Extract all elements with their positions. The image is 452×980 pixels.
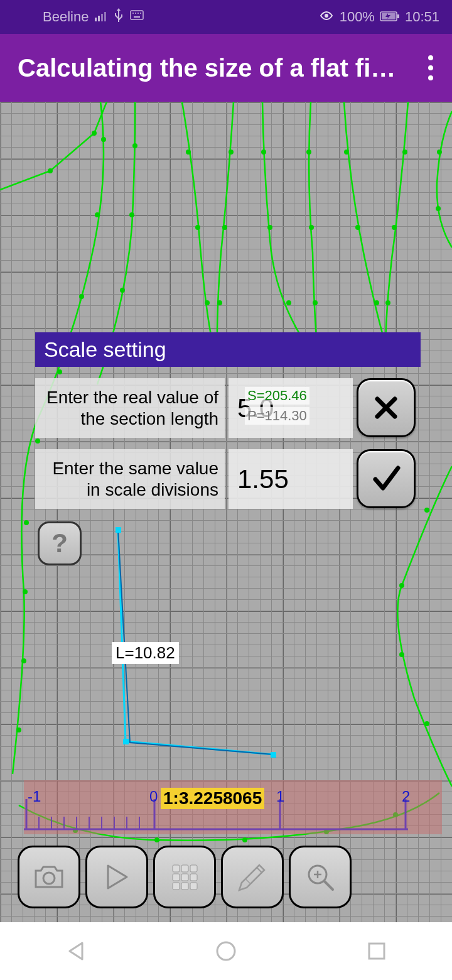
camera-button[interactable]: [18, 846, 80, 908]
play-button[interactable]: [85, 846, 148, 908]
pencil-icon: [237, 861, 268, 893]
panel-title: Scale setting: [35, 332, 421, 367]
drawing-canvas[interactable]: L=10.82 Scale setting Enter the real val…: [0, 102, 452, 922]
svg-rect-9: [134, 16, 140, 18]
zoom-icon: [305, 862, 335, 892]
confirm-button[interactable]: [357, 449, 416, 508]
svg-rect-79: [173, 874, 180, 881]
scale-divisions-text: 1.55: [237, 464, 289, 494]
camera-icon: [32, 863, 66, 891]
svg-rect-13: [397, 14, 399, 18]
scale-setting-panel: Scale setting Enter the real value of th…: [35, 332, 421, 509]
carrier-label: Beeline: [43, 9, 89, 25]
svg-rect-1: [98, 16, 100, 21]
svg-line-88: [325, 881, 333, 890]
cancel-button[interactable]: [357, 378, 416, 437]
svg-rect-2: [101, 14, 103, 21]
svg-point-10: [325, 14, 328, 18]
scale-divisions-label: Enter the same value in scale divisions: [35, 449, 225, 509]
scale-divisions-input[interactable]: 1.55: [229, 449, 353, 509]
svg-rect-77: [181, 865, 188, 872]
usb-icon: [114, 8, 124, 26]
clock-label: 10:51: [405, 9, 439, 25]
nav-back-button[interactable]: [63, 939, 88, 964]
svg-rect-76: [173, 865, 180, 872]
length-label: L=10.82: [112, 642, 179, 664]
pencil-button[interactable]: [221, 846, 284, 908]
svg-point-75: [43, 873, 55, 884]
area-overlay: S=205.46: [245, 387, 309, 405]
check-icon: [370, 463, 402, 494]
svg-rect-3: [104, 12, 106, 21]
back-icon: [66, 940, 85, 962]
home-icon: [215, 940, 237, 962]
svg-rect-83: [181, 883, 188, 890]
ruler-tick-0: 0: [149, 788, 158, 805]
svg-line-86: [245, 879, 250, 884]
svg-point-6: [135, 13, 136, 14]
real-value-label: Enter the real value of the section leng…: [35, 378, 225, 438]
svg-point-91: [217, 942, 235, 960]
keyboard-icon: [130, 9, 144, 25]
system-nav-bar: [0, 922, 452, 980]
play-icon: [104, 863, 129, 891]
svg-rect-82: [173, 883, 180, 890]
app-bar: Calculating the size of a flat fi…: [0, 34, 452, 102]
grid-button[interactable]: [153, 846, 216, 908]
svg-rect-84: [190, 883, 197, 890]
overflow-menu-icon[interactable]: [428, 55, 434, 80]
ruler-tick-2: 2: [402, 788, 410, 805]
ruler-tick-1: 1: [276, 788, 284, 805]
help-button[interactable]: ?: [38, 521, 82, 565]
svg-rect-0: [95, 18, 97, 21]
scale-ratio-label: 1:3.2258065: [161, 788, 264, 809]
svg-point-7: [137, 13, 139, 14]
svg-line-85: [257, 868, 262, 873]
nav-recent-button[interactable]: [364, 939, 389, 964]
zoom-button[interactable]: [289, 846, 352, 908]
bottom-toolbar: [18, 846, 352, 908]
svg-rect-78: [190, 865, 197, 872]
svg-rect-4: [131, 11, 143, 19]
svg-point-8: [140, 13, 141, 14]
eye-icon: [318, 9, 335, 25]
ruler-tick-minus1: -1: [28, 788, 41, 805]
real-value-input[interactable]: 5.0 S=205.46 P=114.30: [229, 378, 353, 438]
grid-icon: [170, 863, 199, 891]
app-title: Calculating the size of a flat fi…: [18, 54, 417, 82]
question-icon: ?: [51, 528, 68, 558]
signal-icon: [95, 9, 107, 25]
perimeter-overlay: P=114.30: [245, 407, 309, 425]
recent-icon: [367, 942, 386, 961]
svg-rect-92: [369, 944, 384, 959]
svg-point-5: [132, 13, 134, 14]
battery-percent: 100%: [340, 9, 375, 25]
svg-rect-80: [181, 874, 188, 881]
close-icon: [372, 394, 400, 422]
status-bar: Beeline 100% 10:51: [0, 0, 452, 34]
nav-home-button[interactable]: [213, 939, 239, 964]
svg-rect-81: [190, 874, 197, 881]
battery-icon: [380, 9, 400, 25]
